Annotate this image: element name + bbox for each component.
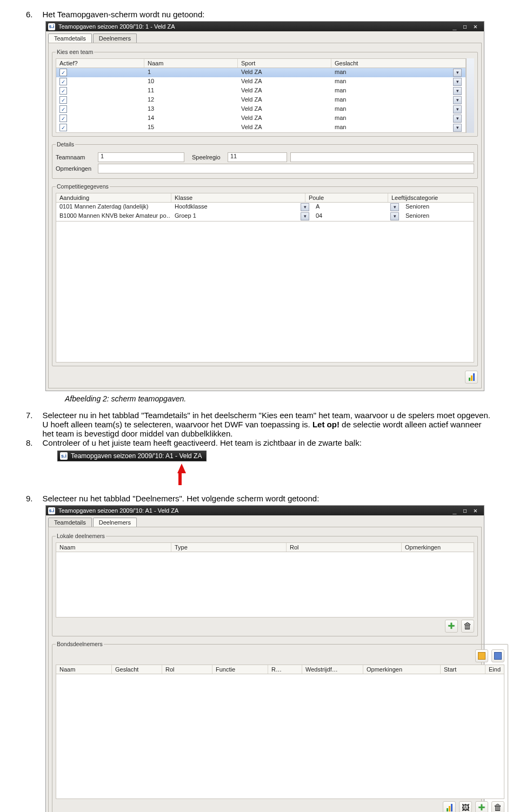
close-button[interactable]: ✕ — [474, 23, 478, 30]
col-type[interactable]: Type — [171, 543, 287, 552]
delete-button[interactable]: 🗑 — [491, 801, 504, 812]
checkbox[interactable]: ✓ — [59, 78, 67, 85]
input-extra[interactable] — [290, 152, 474, 162]
col-eind[interactable]: Eind — [485, 665, 504, 674]
minimize-button[interactable]: _ — [453, 23, 457, 30]
comp-row[interactable]: 0101 Mannen Zaterdag (landelijk)Hoofdkla… — [56, 203, 474, 212]
label-speelregio: Speelregio — [192, 154, 224, 160]
group-competitiegegevens: Competitiegegevens Aanduiding Klasse Pou… — [52, 183, 478, 366]
delete-button[interactable]: 🗑 — [461, 620, 474, 633]
dropdown-icon[interactable]: ▾ — [453, 124, 462, 132]
tab-deelnemers[interactable]: Deelnemers — [93, 33, 137, 43]
window-titlebar[interactable]: s.i Teamopgaven seizoen 2009/'10: 1 - Ve… — [46, 22, 484, 31]
plus-icon: + — [448, 619, 455, 633]
checkbox[interactable]: ✓ — [59, 87, 67, 95]
dropdown-icon[interactable]: ▾ — [453, 96, 462, 104]
picture-icon: 🖼 — [462, 803, 469, 812]
col-functie[interactable]: Functie — [212, 665, 268, 674]
checkbox[interactable]: ✓ — [59, 69, 67, 76]
app-icon: s.i — [48, 507, 55, 514]
export-button[interactable] — [491, 649, 504, 662]
col-naam[interactable]: Naam — [144, 59, 238, 68]
team-row[interactable]: ✓13Veld ZAman▾ — [56, 105, 465, 114]
picture-button[interactable]: 🖼 — [459, 801, 472, 812]
comp-grid-header[interactable]: Aanduiding Klasse Poule Leeftijdscategor… — [56, 193, 474, 203]
group-bondsdeelnemers: Bondsdeelnemers Naam Geslacht Rol Functi… — [52, 641, 508, 812]
team-row[interactable]: ✓1Veld ZAman▾ — [56, 68, 465, 77]
col-wedstrijd[interactable]: Wedstrijdf… — [302, 665, 363, 674]
step-text: Selecteer nu in het tabblad "Teamdetails… — [43, 411, 493, 438]
teamopgaven-window: s.i Teamopgaven seizoen 2009/'10: 1 - Ve… — [45, 21, 484, 391]
dropdown-icon[interactable]: ▾ — [390, 212, 399, 220]
col-actief[interactable]: Actief? — [56, 59, 144, 68]
team-grid-body[interactable]: ✓1Veld ZAman▾✓10Veld ZAman▾✓11Veld ZAman… — [56, 68, 466, 133]
figure-caption: Afbeelding 2: scherm teamopgaven. — [65, 394, 493, 403]
dropdown-icon[interactable]: ▾ — [453, 115, 462, 123]
minimize-button[interactable]: _ — [453, 507, 457, 514]
app-icon: s.i — [60, 452, 68, 460]
dropdown-icon[interactable]: ▾ — [301, 212, 309, 220]
group-lokale-deelnemers: Lokale deelnemers Naam Type Rol Opmerkin… — [52, 533, 478, 636]
col-start[interactable]: Start — [441, 665, 485, 674]
col-aanduiding[interactable]: Aanduiding — [56, 193, 171, 202]
save-button[interactable] — [475, 649, 488, 662]
dropdown-icon[interactable]: ▾ — [453, 87, 462, 95]
input-opmerkingen[interactable] — [98, 164, 474, 173]
col-naam[interactable]: Naam — [56, 543, 171, 552]
col-opmerkingen[interactable]: Opmerkingen — [402, 543, 474, 552]
chart-button[interactable] — [465, 371, 478, 384]
add-button[interactable]: + — [445, 620, 458, 633]
group-legend: Kies een team — [56, 49, 94, 55]
scrollbar[interactable] — [466, 58, 474, 133]
col-opmerkingen[interactable]: Opmerkingen — [363, 665, 441, 674]
col-klasse[interactable]: Klasse — [171, 193, 305, 202]
team-row[interactable]: ✓14Veld ZAman▾ — [56, 114, 465, 123]
tab-teamdetails[interactable]: Teamdetails — [48, 33, 92, 43]
dropdown-icon[interactable]: ▾ — [453, 105, 462, 113]
checkbox[interactable]: ✓ — [59, 115, 67, 122]
comp-grid-body[interactable]: 0101 Mannen Zaterdag (landelijk)Hoofdkla… — [56, 203, 474, 222]
col-naam[interactable]: Naam — [56, 665, 112, 674]
team-row[interactable]: ✓10Veld ZAman▾ — [56, 77, 465, 86]
checkbox[interactable]: ✓ — [59, 105, 67, 113]
chart-button[interactable] — [443, 801, 456, 812]
black-titlebar-sample: s.i Teamopgaven seizoen 2009/'10: A1 - V… — [57, 451, 207, 461]
col-geslacht[interactable]: Geslacht — [112, 665, 162, 674]
col-sport[interactable]: Sport — [238, 59, 331, 68]
team-row[interactable]: ✓11Veld ZAman▾ — [56, 86, 465, 96]
comp-row[interactable]: B1000 Mannen KNVB beker Amateur po…Groep… — [56, 212, 474, 221]
col-rol[interactable]: Rol — [287, 543, 402, 552]
bonds-grid-header[interactable]: Naam Geslacht Rol Functie R… Wedstrijdf…… — [56, 665, 504, 674]
step-number: 8. — [26, 438, 33, 447]
col-geslacht[interactable]: Geslacht — [331, 59, 465, 68]
checkbox[interactable]: ✓ — [59, 96, 67, 104]
dropdown-icon[interactable]: ▾ — [453, 78, 462, 86]
maximize-button[interactable]: ☐ — [463, 507, 468, 514]
input-teamnaam[interactable]: 1 — [98, 152, 184, 162]
dropdown-icon[interactable]: ▾ — [453, 69, 462, 77]
app-icon: s.i — [48, 23, 55, 30]
disk-icon — [478, 652, 485, 660]
tab-deelnemers[interactable]: Deelnemers — [93, 518, 137, 527]
checkbox[interactable]: ✓ — [59, 124, 67, 131]
input-speelregio[interactable]: 11 — [228, 152, 287, 162]
team-row[interactable]: ✓15Veld ZAman▾ — [56, 123, 465, 132]
lokale-grid-body[interactable] — [56, 552, 474, 618]
col-rol[interactable]: Rol — [162, 665, 212, 674]
tab-teamdetails[interactable]: Teamdetails — [48, 518, 92, 527]
col-poule[interactable]: Poule — [305, 193, 388, 202]
team-grid-header[interactable]: Actief? Naam Sport Geslacht — [56, 58, 466, 68]
col-r[interactable]: R… — [268, 665, 302, 674]
maximize-button[interactable]: ☐ — [463, 23, 468, 30]
dropdown-icon[interactable]: ▾ — [390, 203, 399, 211]
lokale-grid-header[interactable]: Naam Type Rol Opmerkingen — [56, 542, 474, 552]
window-titlebar[interactable]: s.i Teamopgaven seizoen 2009/'10: A1 - V… — [46, 506, 484, 515]
add-button[interactable]: + — [475, 801, 488, 812]
dropdown-icon[interactable]: ▾ — [301, 203, 309, 211]
trash-icon: 🗑 — [494, 803, 502, 812]
team-row[interactable]: ✓12Veld ZAman▾ — [56, 96, 465, 105]
disk-icon — [494, 652, 502, 660]
close-button[interactable]: ✕ — [474, 507, 478, 514]
col-leeftijd[interactable]: Leeftijdscategorie — [388, 193, 474, 202]
bonds-grid-body[interactable] — [56, 674, 504, 799]
